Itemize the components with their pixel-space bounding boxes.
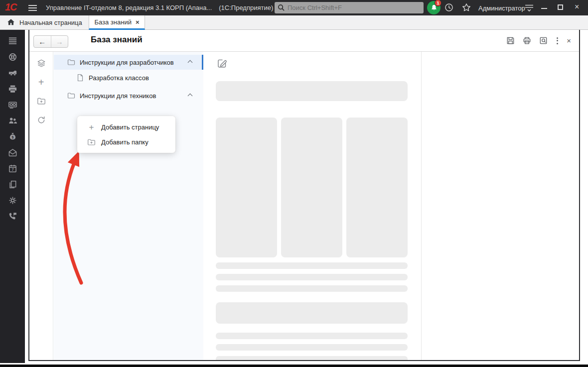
folder-icon	[67, 92, 75, 100]
mail-icon[interactable]	[8, 148, 17, 157]
window-bottom-frame	[0, 365, 588, 367]
app-title: Управление IT-отделом 8, редакция 3.1 КО…	[46, 4, 273, 11]
calendar-icon[interactable]: 7	[8, 164, 17, 173]
tree-item-folder-technicians[interactable]: Инструкции для техников	[54, 88, 203, 103]
folder-plus-icon	[87, 138, 96, 146]
refresh-icon[interactable]	[37, 116, 46, 124]
notification-badge: 1	[435, 0, 441, 6]
tree-item-label: Разработка классов	[89, 74, 149, 82]
skeleton-title-block	[216, 81, 408, 101]
layers-icon[interactable]	[37, 59, 46, 68]
tree-item-label: Инструкции для техников	[80, 92, 156, 100]
print-icon[interactable]	[522, 36, 532, 45]
tab-label: База знаний	[94, 18, 132, 26]
tree-item-page-classes[interactable]: Разработка классов	[54, 70, 203, 85]
delivery-van-icon[interactable]	[8, 68, 17, 78]
star-icon	[461, 2, 471, 12]
plus-icon: +	[87, 123, 96, 131]
chevron-up-icon[interactable]	[188, 60, 193, 65]
menu-item-add-page[interactable]: + Добавить страницу	[77, 120, 175, 134]
menu-item-label: Добавить папку	[101, 138, 148, 146]
printer-icon[interactable]	[8, 84, 17, 94]
skeleton-line	[216, 356, 408, 361]
home-icon	[6, 18, 15, 27]
search-icon	[278, 4, 285, 11]
add-folder-icon[interactable]	[37, 97, 46, 106]
gpu-card-icon[interactable]	[8, 100, 17, 110]
skeleton-card	[216, 118, 277, 257]
tree-item-folder-developers[interactable]: Инструкции для разработчиков	[54, 55, 203, 70]
svg-text:$: $	[11, 135, 13, 139]
history-button[interactable]	[444, 2, 454, 14]
home-tab[interactable]	[6, 18, 15, 29]
window-minimize-button[interactable]	[541, 8, 547, 9]
menu-item-add-folder[interactable]: Добавить папку	[77, 134, 175, 149]
knowledge-tree: Инструкции для разработчиков Разработка …	[54, 52, 203, 360]
knowledge-base-form: ← → База знаний × +	[28, 30, 580, 361]
add-page-icon[interactable]: +	[38, 78, 44, 87]
history-clock-icon	[444, 2, 454, 12]
add-context-menu: + Добавить страницу Добавить папку	[77, 116, 175, 153]
save-icon[interactable]	[506, 36, 515, 45]
gear-icon[interactable]	[8, 196, 17, 205]
window-maximize-button[interactable]	[558, 4, 563, 10]
current-user-label[interactable]: Администратор	[478, 4, 525, 12]
page-title: База знаний	[91, 35, 143, 45]
svg-text:7: 7	[11, 167, 13, 172]
form-close-icon[interactable]: ×	[567, 37, 571, 44]
app-title-suffix: (1С:Предприятие)	[219, 4, 273, 11]
skeleton-card	[346, 118, 408, 257]
global-search[interactable]	[275, 2, 424, 13]
back-button[interactable]: ←	[34, 36, 51, 47]
main-menu-icon[interactable]	[28, 5, 37, 12]
edit-pencil-icon	[217, 58, 227, 69]
tab-bar: Начальная страница База знаний ×	[0, 15, 588, 30]
navigation-buttons: ← →	[33, 35, 68, 48]
form-toolbar: ← → База знаний ×	[29, 30, 579, 52]
helpdesk-helm-icon[interactable]	[8, 52, 17, 62]
search-input[interactable]	[288, 4, 421, 11]
app-title-text: Управление IT-отделом 8, редакция 3.1 КО…	[46, 4, 212, 11]
documents-icon[interactable]	[8, 180, 17, 189]
more-actions-icon[interactable]	[555, 37, 560, 44]
chevron-up-icon[interactable]	[188, 94, 193, 99]
service-menu-icon[interactable]	[524, 4, 534, 14]
folder-icon	[67, 58, 75, 66]
edit-page-button[interactable]	[217, 58, 227, 71]
skeleton-line	[216, 274, 408, 280]
1c-logo: 1С	[5, 1, 17, 13]
app-window: 1С Управление IT-отделом 8, редакция 3.1…	[0, 0, 588, 367]
skeleton-block	[216, 302, 408, 324]
menu-item-label: Добавить страницу	[101, 123, 159, 131]
content-divider	[421, 52, 422, 360]
skeleton-line	[216, 262, 408, 269]
forward-button[interactable]: →	[51, 36, 68, 47]
tab-knowledge-base[interactable]: База знаний ×	[89, 15, 145, 30]
skeleton-line	[216, 333, 408, 339]
preview-icon[interactable]	[539, 36, 548, 45]
skeleton-line	[216, 344, 408, 351]
skeleton-line	[216, 285, 408, 292]
users-icon[interactable]	[8, 116, 17, 125]
phone-support-icon[interactable]	[8, 212, 17, 221]
titlebar: 1С Управление IT-отделом 8, редакция 3.1…	[0, 0, 588, 15]
sections-sidebar: $ 7	[0, 30, 25, 363]
home-tab-label[interactable]: Начальная страница	[19, 19, 82, 26]
page-icon	[76, 74, 84, 82]
window-close-button[interactable]: ×	[575, 2, 579, 11]
tree-item-label: Инструкции для разработчиков	[80, 59, 174, 66]
tab-close-icon[interactable]: ×	[136, 19, 140, 25]
favorites-button[interactable]	[461, 2, 471, 14]
sections-menu-icon[interactable]	[8, 36, 17, 46]
tree-toolbar: +	[29, 52, 53, 360]
skeleton-card	[281, 118, 342, 257]
money-bag-icon[interactable]: $	[8, 132, 17, 141]
